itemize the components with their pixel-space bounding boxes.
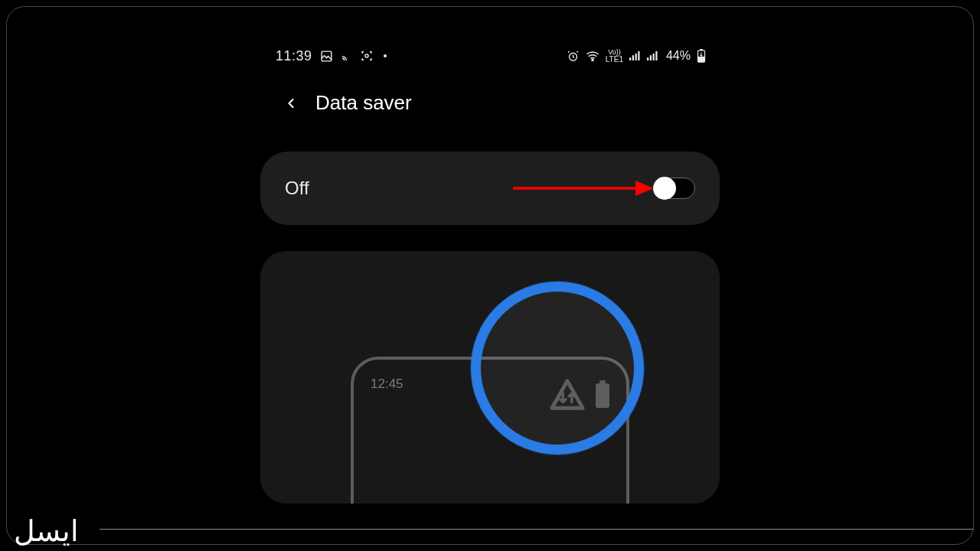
illustration-battery-icon <box>594 380 611 409</box>
svg-rect-16 <box>596 383 609 408</box>
scan-icon <box>361 50 373 62</box>
toggle-state-label: Off <box>285 178 309 199</box>
svg-point-3 <box>592 60 593 61</box>
page-header: Data saver <box>260 91 720 115</box>
data-saver-toggle-card[interactable]: Off <box>260 152 720 225</box>
page-title: Data saver <box>315 91 412 115</box>
svg-rect-4 <box>629 57 631 60</box>
svg-rect-10 <box>652 54 654 60</box>
signal-icon <box>629 51 641 61</box>
svg-rect-17 <box>599 380 606 383</box>
data-saver-triangle-icon <box>550 378 585 412</box>
svg-point-1 <box>365 54 368 57</box>
svg-rect-9 <box>650 55 652 60</box>
status-bar: 11:39 Vo))LTE1 <box>260 42 720 70</box>
svg-rect-8 <box>647 57 648 60</box>
battery-percentage: 44% <box>666 49 691 63</box>
wifi-icon <box>586 51 599 61</box>
data-saver-toggle[interactable] <box>654 178 695 199</box>
phone-screenshot: 11:39 Vo))LTE1 <box>260 42 720 504</box>
svg-rect-6 <box>635 54 636 60</box>
svg-rect-13 <box>700 49 703 51</box>
svg-rect-11 <box>655 51 657 60</box>
alarm-icon <box>567 50 580 63</box>
svg-rect-5 <box>632 55 634 60</box>
volte-indicator: Vo))LTE1 <box>606 49 623 64</box>
battery-icon <box>697 49 706 63</box>
dot-icon <box>384 54 387 57</box>
status-bar-right: Vo))LTE1 44% <box>567 49 706 64</box>
phone-outline-graphic: 12:45 <box>351 357 629 504</box>
status-bar-left: 11:39 <box>276 48 387 64</box>
image-icon <box>320 50 333 63</box>
svg-rect-7 <box>638 51 639 60</box>
watermark-line <box>100 529 974 530</box>
status-time: 11:39 <box>276 48 312 64</box>
back-button[interactable] <box>283 96 299 111</box>
signal-icon-2 <box>647 51 658 61</box>
toggle-knob <box>653 177 676 200</box>
watermark-text: ایسل <box>14 514 79 548</box>
annotation-arrow-icon <box>513 179 655 197</box>
illustration-status-icons <box>550 378 611 412</box>
cast-icon <box>341 50 353 62</box>
data-saver-illustration: 12:45 <box>260 251 720 504</box>
